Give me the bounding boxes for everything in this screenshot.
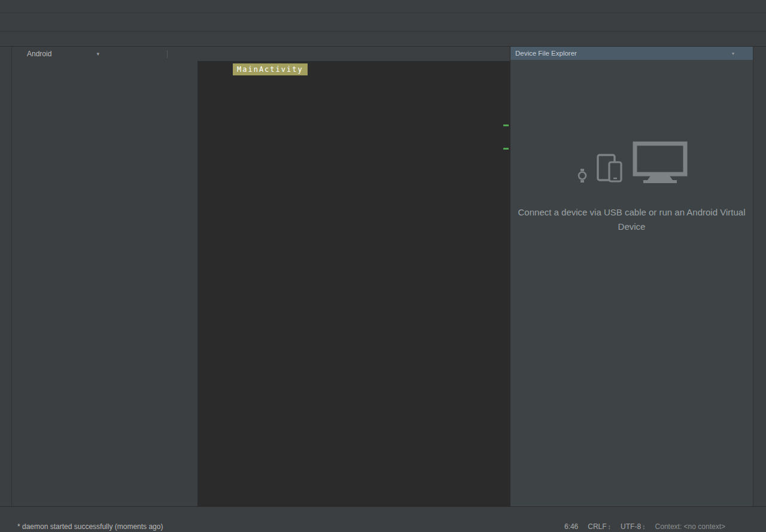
main-area: Android ▾ MainActivity bbox=[0, 47, 766, 506]
code-area[interactable] bbox=[197, 62, 510, 506]
collapse-all-icon[interactable] bbox=[154, 50, 162, 58]
chevron-down-icon[interactable]: ▾ bbox=[96, 51, 99, 57]
watch-icon bbox=[576, 168, 588, 184]
inspection-stripe bbox=[501, 77, 510, 506]
bottom-tool-window-bar bbox=[0, 506, 766, 521]
device-file-explorer-header: Device File Explorer ▾ bbox=[510, 47, 753, 60]
status-bar-right: 6:46 CRLF UTF-8 Context: <no context> bbox=[564, 522, 761, 531]
inspection-mark[interactable] bbox=[503, 148, 509, 150]
project-panel-toolbar bbox=[141, 50, 194, 58]
connect-device-message: Connect a device via USB cable or run an… bbox=[518, 205, 746, 234]
android-icon bbox=[16, 50, 24, 58]
project-panel-header: Android ▾ bbox=[12, 47, 197, 61]
editor-tab-bar bbox=[197, 47, 510, 62]
inspection-mark[interactable] bbox=[503, 124, 509, 126]
monitor-icon bbox=[633, 141, 688, 184]
main-toolbar bbox=[0, 13, 766, 32]
status-bar-left: * daemon started successfully (moments a… bbox=[5, 522, 163, 531]
context-widget[interactable]: Context: <no context> bbox=[655, 522, 725, 531]
hector-inspector-icon[interactable] bbox=[753, 522, 761, 531]
line-separator-widget[interactable]: CRLF bbox=[588, 522, 611, 531]
panel-title: Device File Explorer bbox=[515, 50, 577, 57]
project-tool-window: Android ▾ bbox=[12, 47, 197, 506]
menu-bar bbox=[0, 0, 766, 13]
tool-window-switcher-icon[interactable] bbox=[5, 522, 13, 530]
code-editor: MainActivity bbox=[197, 47, 510, 506]
editor-hint-popup: MainActivity bbox=[233, 63, 308, 75]
left-tool-window-stripe bbox=[0, 47, 12, 506]
inspections-ok-icon bbox=[502, 95, 509, 102]
toolbar-separator bbox=[167, 50, 168, 58]
locate-file-icon[interactable] bbox=[141, 50, 148, 58]
right-tool-window-stripe bbox=[753, 47, 766, 506]
chevron-down-icon: ▾ bbox=[732, 51, 734, 56]
android-studio-window: Android ▾ MainActivity bbox=[0, 0, 766, 532]
tablet-phone-icon bbox=[595, 154, 625, 184]
unlock-icon[interactable] bbox=[735, 522, 743, 531]
dfe-toolbar: ▾ bbox=[722, 50, 748, 57]
gear-icon[interactable] bbox=[173, 50, 181, 58]
gear-icon[interactable] bbox=[722, 50, 730, 57]
status-bar: * daemon started successfully (moments a… bbox=[0, 521, 766, 532]
project-view-selector[interactable]: Android bbox=[27, 50, 51, 58]
dfe-empty-state: Connect a device via USB cable or run an… bbox=[510, 141, 753, 234]
navigation-breadcrumb-bar bbox=[0, 32, 766, 47]
status-message: * daemon started successfully (moments a… bbox=[17, 522, 163, 531]
device-file-explorer-panel: Device File Explorer ▾ bbox=[510, 47, 753, 506]
hide-panel-icon[interactable] bbox=[740, 50, 748, 57]
device-icons bbox=[510, 141, 753, 184]
caret-position-widget[interactable]: 6:46 bbox=[564, 522, 578, 531]
hide-panel-icon[interactable] bbox=[186, 50, 194, 58]
encoding-widget[interactable]: UTF-8 bbox=[621, 522, 646, 531]
